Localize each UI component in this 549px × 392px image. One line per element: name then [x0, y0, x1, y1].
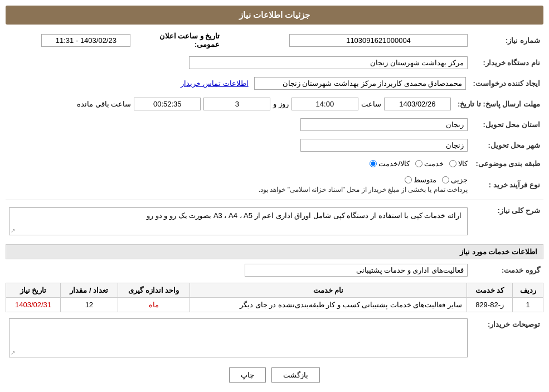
province-label: استان محل تحویل: [471, 117, 543, 133]
province-value: زنجان [300, 118, 468, 131]
category-service-label: خدمت [424, 159, 444, 168]
service-table: ردیف کد خدمت نام خدمت واحد اندازه گیری ت… [6, 283, 543, 312]
city-value: زنجان [300, 139, 468, 152]
cell-qty: 12 [61, 298, 118, 312]
process-label: نوع فرآیند خرید : [471, 174, 543, 195]
need-number-value: 1103091621000004 [223, 30, 471, 50]
col-row-num: ردیف [513, 283, 543, 298]
city-value-cell: زنجان [6, 137, 471, 153]
need-number-label: شماره نیاز: [471, 30, 543, 50]
category-service-radio[interactable] [415, 160, 422, 167]
col-service-name: نام خدمت [190, 283, 467, 298]
deadline-date: 1403/02/26 [384, 98, 451, 110]
category-goods-label: کالا [458, 159, 468, 168]
category-label: طبقه بندی موضوعی: [471, 158, 543, 170]
buyer-notes-value-cell: ↗ [6, 317, 471, 359]
buyer-notes-text: ↗ [9, 318, 468, 357]
category-goods-radio[interactable] [449, 160, 456, 167]
process-partial-label: جزیی [451, 176, 468, 184]
category-value-cell: کالا خدمت کالا/خدمت [6, 158, 471, 170]
col-qty: تعداد / مقدار [61, 283, 118, 298]
description-label: شرح کلی نیاز: [471, 203, 543, 240]
cell-unit: ماه [118, 298, 190, 312]
buyer-notes-resize[interactable]: ↗ [11, 350, 15, 356]
process-medium-radio[interactable] [405, 176, 412, 183]
process-partial-radio[interactable] [442, 176, 449, 183]
contact-link[interactable]: اطلاعات تماس خریدار [181, 79, 248, 88]
category-goods-service-radio[interactable] [370, 160, 377, 167]
deadline-days-label: روز و [273, 100, 289, 108]
buyer-org-value: مرکز بهداشت شهرستان زنجان [189, 56, 468, 69]
need-number-input: 1103091621000004 [289, 34, 468, 47]
deadline-remaining: 00:52:35 [134, 98, 201, 110]
back-button[interactable]: بازگشت [271, 367, 320, 383]
col-date: تاریخ نیاز [6, 283, 61, 298]
announce-value: 1403/02/23 - 11:31 [41, 34, 130, 47]
resize-handle[interactable]: ↗ [11, 228, 15, 234]
cell-date: 1403/02/31 [6, 298, 61, 312]
requester-label: ایجاد کننده درخواست: [469, 75, 543, 91]
service-group-label: گروه خدمت: [471, 262, 543, 278]
deadline-time-label: ساعت [361, 100, 381, 108]
deadline-label: مهلت ارسال پاسخ: تا تاریخ: [454, 96, 543, 112]
description-value-cell: ارائه خدمات کپی با استفاده از دستگاه کپی… [6, 203, 471, 240]
deadline-row-cell: 1403/02/26 ساعت 14:00 روز و 3 00:52:35 س… [6, 96, 454, 112]
deadline-remaining-label: ساعت باقی مانده [77, 100, 131, 108]
cell-service-code: ز-82-829 [467, 298, 513, 312]
process-medium-label: متوسط [414, 176, 436, 184]
deadline-days: 3 [203, 98, 270, 110]
deadline-time: 14:00 [291, 98, 358, 110]
cell-row-num: 1 [513, 298, 543, 312]
province-value-cell: زنجان [6, 117, 471, 133]
buyer-org-label: نام دستگاه خریدار: [471, 55, 543, 71]
page-title: جزئیات اطلاعات نیاز [6, 6, 543, 25]
service-group-value: فعالیت‌های اداری و خدمات پشتیبانی [245, 264, 468, 277]
announce-value-cell: 1403/02/23 - 11:31 [6, 30, 134, 50]
process-note: پرداخت تمام یا بخشی از مبلغ خریدار از مح… [9, 186, 468, 193]
print-button[interactable]: چاپ [229, 367, 266, 383]
buyer-notes-label: توصیحات خریدار: [471, 317, 543, 359]
service-group-value-cell: فعالیت‌های اداری و خدمات پشتیبانی [6, 262, 471, 278]
requester-value-cell: محمدصادق محمدی کاربرداز مرکز بهداشت شهرس… [6, 75, 469, 91]
category-goods-service-label: کالا/خدمت [378, 159, 410, 168]
cell-service-name: سایر فعالیت‌های خدمات پشتیبانی کسب و کار… [190, 298, 467, 312]
buyer-org-value-cell: مرکز بهداشت شهرستان زنجان [6, 55, 471, 71]
col-service-code: کد خدمت [467, 283, 513, 298]
announce-label: تاریخ و ساعت اعلان عمومی: [134, 30, 223, 50]
city-label: شهر محل تحویل: [471, 137, 543, 153]
process-value-cell: جزیی متوسط پرداخت تمام یا بخشی از مبلغ خ… [6, 174, 471, 195]
col-unit: واحد اندازه گیری [118, 283, 190, 298]
description-text: ارائه خدمات کپی با استفاده از دستگاه کپی… [9, 207, 468, 235]
requester-value: محمدصادق محمدی کاربرداز مرکز بهداشت شهرس… [254, 77, 466, 90]
table-row: 1 ز-82-829 سایر فعالیت‌های خدمات پشتیبان… [6, 298, 543, 312]
service-info-title: اطلاعات خدمات مورد نیاز [6, 244, 543, 259]
button-bar: بازگشت چاپ [6, 367, 543, 383]
